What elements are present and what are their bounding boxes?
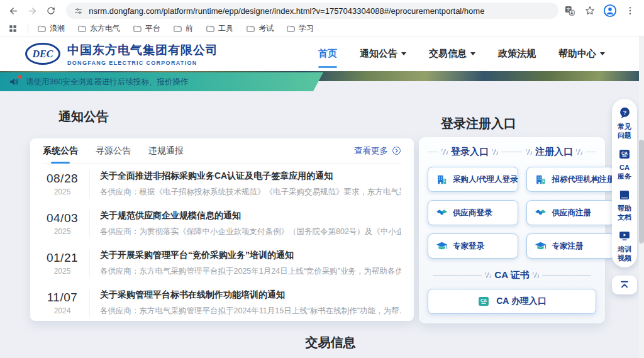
rail-item-training-videos[interactable]: 培训视频: [617, 230, 632, 262]
back-icon: [8, 6, 19, 16]
kebab-menu-icon: [625, 6, 635, 16]
login-header-label: 登录入口: [451, 146, 489, 158]
bookmark-item[interactable]: 东方电气: [77, 23, 120, 34]
nav-item-policies[interactable]: 政策法规: [498, 44, 536, 64]
translate-button[interactable]: [562, 3, 577, 18]
bookmark-page-button[interactable]: [582, 3, 597, 18]
bookmark-item[interactable]: 考试: [246, 23, 274, 34]
collapse-top-icon: [619, 279, 630, 291]
handshake-icon: [436, 207, 448, 219]
notice-tabs: 系统公告 寻源公告 违规通报 查看更多: [43, 138, 401, 164]
reload-icon: [46, 6, 56, 16]
bookmark-item[interactable]: 平台: [133, 23, 160, 34]
book-icon: [618, 189, 631, 201]
company-name-en: DONGFANG ELECTRIC CORPORATION: [67, 60, 218, 66]
section-arrow-icon: [284, 336, 297, 349]
folder-icon: [206, 24, 215, 33]
rail-item-ca-service[interactable]: CA服务: [617, 148, 632, 181]
chevron-right-circle-icon: [392, 146, 401, 155]
screen: nsrm.dongfang.com/platform/runtime/epp/d…: [0, 0, 644, 358]
notice-desc: 各供应商：东方电气采购管理平台拟于2024年11月15日上线“标书在线制作”功能…: [100, 306, 401, 316]
bookmark-label: 学习: [299, 23, 314, 34]
ca-apply-button[interactable]: CA 办理入口: [428, 289, 596, 314]
back-button[interactable]: [6, 3, 21, 18]
back-to-top-button[interactable]: [612, 276, 637, 294]
bookmark-item[interactable]: 工具: [206, 23, 233, 34]
supplier-register-button[interactable]: 供应商注册: [526, 200, 615, 225]
purchaser-agent-login-button[interactable]: 采购人/代理人登录: [428, 167, 518, 192]
login-section-heading: 登录注册入口: [419, 115, 516, 132]
tab-violation-reports[interactable]: 违规通报: [148, 138, 184, 163]
bookmark-item[interactable]: 学习: [286, 23, 314, 34]
notice-item[interactable]: 11/07 2024 关于采购管理平台标书在线制作功能培训的通知 各供应商：东方…: [43, 282, 401, 322]
nav-label: 政策法规: [498, 48, 536, 60]
notice-date: 11/07: [43, 291, 82, 305]
bookmark-item[interactable]: 前: [173, 23, 193, 34]
site-logo[interactable]: DEC 中国东方电气集团有限公司 DONGFANG ELECTRIC CORPO…: [25, 42, 218, 66]
rail-item-help-docs[interactable]: 帮助文档: [617, 189, 632, 221]
notice-date-block: 11/07 2024: [43, 289, 82, 315]
nav-label: 首页: [318, 48, 337, 60]
expert-login-button[interactable]: 专家登录: [428, 233, 518, 259]
site-settings-icon: [74, 6, 83, 16]
login-entry-header: 登录入口: [428, 146, 512, 158]
tab-label: 系统公告: [43, 145, 78, 157]
supplier-login-button[interactable]: 供应商登录: [428, 200, 518, 225]
bidding-agency-register-button[interactable]: 招标代理机构注册: [526, 167, 615, 192]
nav-item-notices[interactable]: 通知公告: [360, 44, 406, 64]
notices-card: 系统公告 寻源公告 违规通报 查看更多 08/28 2025 关于全面推进非招标…: [30, 138, 414, 321]
company-name-cn: 中国东方电气集团有限公司: [67, 42, 218, 59]
chevron-down-icon: [401, 52, 406, 55]
building-icon: [535, 174, 547, 186]
notice-item[interactable]: 04/03 2025 关于规范供应商企业规模信息的通知 各供应商：为贯彻落实《保…: [43, 203, 401, 243]
reload-button[interactable]: [44, 3, 59, 18]
rail-label: 常见问题: [617, 122, 632, 140]
graduation-cap-icon: [436, 240, 448, 252]
apps-grid-icon: [8, 24, 18, 33]
login-register-panel: 登录入口 注册入口 采购人/代理人登录 招标代理机构注册 供应商登录: [419, 137, 605, 323]
folder-icon: [77, 24, 87, 33]
bookmark-label: 前: [186, 23, 193, 34]
view-more-link[interactable]: 查看更多: [354, 145, 401, 157]
nav-item-home[interactable]: 首页: [318, 44, 337, 64]
decor-line: [586, 152, 596, 152]
bookmark-label: 平台: [145, 23, 160, 34]
browser-menu-button[interactable]: [623, 3, 638, 18]
entry-headers: 登录入口 注册入口: [428, 146, 596, 158]
button-label: 供应商注册: [552, 208, 591, 218]
forward-button[interactable]: [25, 3, 40, 18]
nav-item-help-center[interactable]: 帮助中心: [558, 44, 605, 64]
notice-item[interactable]: 01/21 2025 关于开展采购管理平台“竞价采购业务”培训的通知 各供应商：…: [43, 243, 401, 282]
notification-dot: [18, 75, 22, 79]
handshake-icon: [535, 207, 547, 219]
register-header-label: 注册入口: [535, 146, 573, 158]
tab-system-notices[interactable]: 系统公告: [43, 138, 78, 163]
notice-date-block: 04/03 2025: [43, 210, 82, 236]
site-header: DEC 中国东方电气集团有限公司 DONGFANG ELECTRIC CORPO…: [0, 36, 644, 71]
decor-slashes: [485, 272, 491, 278]
ca-badge-icon: [618, 148, 631, 160]
nav-item-trade-info[interactable]: 交易信息: [429, 44, 475, 64]
notice-title: 关于全面推进非招标采购业务CA认证及电子签章应用的通知: [100, 171, 401, 182]
expert-register-button[interactable]: 专家注册: [526, 233, 615, 259]
tab-sourcing-notices[interactable]: 寻源公告: [96, 138, 131, 163]
announcement-text: 请使用360安全浏览器进行后续投标、报价操作: [26, 77, 188, 87]
button-label: 专家登录: [453, 241, 484, 252]
rail-item-faq[interactable]: 常见问题: [617, 106, 632, 140]
page-scrollbar-thumb[interactable]: [639, 140, 644, 243]
folder-icon: [37, 24, 47, 33]
apps-button[interactable]: [6, 23, 19, 35]
ca-header-label: CA 证书: [494, 269, 529, 281]
profile-button[interactable]: [602, 3, 618, 18]
decor-slashes: [533, 272, 539, 278]
url-text[interactable]: nsrm.dongfang.com/platform/runtime/epp/d…: [89, 6, 484, 16]
notice-year: 2024: [43, 306, 82, 315]
notice-year: 2025: [43, 227, 82, 236]
notice-item[interactable]: 08/28 2025 关于全面推进非招标采购业务CA认证及电子签章应用的通知 各…: [43, 164, 401, 203]
decor-line: [542, 275, 591, 276]
building-icon: [436, 174, 448, 186]
rail-label: 帮助文档: [617, 204, 632, 221]
button-label: 采购人/代理人登录: [453, 174, 518, 185]
bookmark-item[interactable]: 浪潮: [37, 23, 65, 34]
address-bar[interactable]: nsrm.dongfang.com/platform/runtime/epp/d…: [66, 3, 558, 19]
